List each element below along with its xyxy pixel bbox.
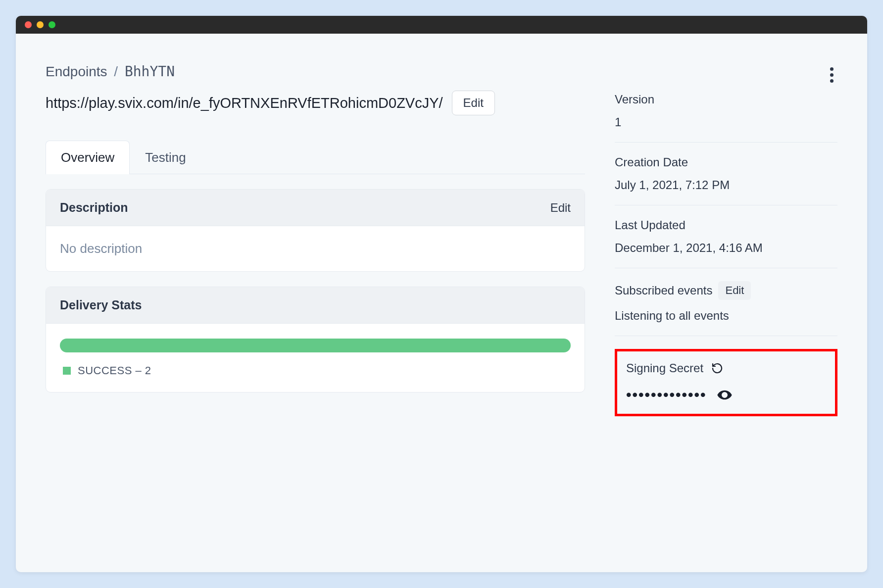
description-card: Description Edit No description bbox=[46, 189, 585, 272]
subscribed-events-label-text: Subscribed events bbox=[615, 284, 712, 297]
legend-row: SUCCESS – 2 bbox=[60, 364, 571, 377]
window-maximize-icon[interactable] bbox=[49, 21, 55, 28]
meta-subscribed-events: Subscribed events Edit Listening to all … bbox=[615, 281, 837, 336]
signing-secret-highlight: Signing Secret ••••••••••••• bbox=[615, 349, 837, 416]
reveal-secret-button[interactable] bbox=[715, 385, 735, 405]
signing-secret-row: ••••••••••••• bbox=[626, 385, 826, 405]
creation-date-label: Creation Date bbox=[615, 155, 837, 169]
edit-description-button[interactable]: Edit bbox=[550, 201, 571, 215]
eye-icon bbox=[717, 387, 733, 403]
signing-secret-masked: ••••••••••••• bbox=[626, 387, 707, 403]
description-header: Description Edit bbox=[46, 190, 585, 226]
window-minimize-icon[interactable] bbox=[37, 21, 44, 28]
app-window: Endpoints / BhhYTN https://play.svix.com… bbox=[16, 16, 867, 572]
edit-url-button[interactable]: Edit bbox=[452, 91, 495, 115]
window-titlebar bbox=[16, 16, 867, 34]
breadcrumb: Endpoints / BhhYTN bbox=[46, 63, 585, 80]
legend-success-icon bbox=[63, 367, 71, 375]
svg-point-0 bbox=[723, 393, 726, 396]
tab-overview[interactable]: Overview bbox=[46, 141, 130, 174]
delivery-stats-card: Delivery Stats SUCCESS – 2 bbox=[46, 287, 585, 392]
last-updated-label: Last Updated bbox=[615, 218, 837, 232]
tab-testing[interactable]: Testing bbox=[130, 141, 201, 174]
last-updated-value: December 1, 2021, 4:16 AM bbox=[615, 241, 837, 255]
delivery-stats-body: SUCCESS – 2 bbox=[46, 324, 585, 392]
version-value: 1 bbox=[615, 115, 837, 129]
description-body: No description bbox=[46, 226, 585, 271]
more-menu-button[interactable] bbox=[826, 63, 837, 87]
endpoint-url-row: https://play.svix.com/in/e_fyORTNXEnRVfE… bbox=[46, 91, 585, 115]
breadcrumb-current: BhhYTN bbox=[125, 63, 175, 80]
delivery-stats-header: Delivery Stats bbox=[46, 287, 585, 324]
breadcrumb-separator: / bbox=[114, 64, 118, 79]
rotate-secret-button[interactable] bbox=[709, 360, 725, 376]
tabs: Overview Testing bbox=[46, 140, 585, 174]
edit-subscribed-button[interactable]: Edit bbox=[718, 281, 751, 300]
delivery-stats-title: Delivery Stats bbox=[60, 298, 142, 312]
description-title: Description bbox=[60, 200, 128, 215]
rotate-icon bbox=[711, 362, 723, 374]
subscribed-events-label: Subscribed events Edit bbox=[615, 281, 837, 300]
breadcrumb-root[interactable]: Endpoints bbox=[46, 64, 107, 79]
sidebar-column: Version 1 Creation Date July 1, 2021, 7:… bbox=[615, 63, 837, 416]
signing-secret-label: Signing Secret bbox=[626, 361, 703, 375]
subscribed-events-value: Listening to all events bbox=[615, 309, 837, 323]
meta-creation-date: Creation Date July 1, 2021, 7:12 PM bbox=[615, 155, 837, 205]
endpoint-url: https://play.svix.com/in/e_fyORTNXEnRVfE… bbox=[46, 95, 443, 111]
content-area: Endpoints / BhhYTN https://play.svix.com… bbox=[16, 34, 867, 446]
legend-success-label: SUCCESS – 2 bbox=[78, 364, 151, 377]
meta-version: Version 1 bbox=[615, 93, 837, 143]
window-close-icon[interactable] bbox=[25, 21, 32, 28]
description-placeholder: No description bbox=[60, 241, 142, 256]
meta-last-updated: Last Updated December 1, 2021, 4:16 AM bbox=[615, 218, 837, 268]
version-label: Version bbox=[615, 93, 837, 106]
creation-date-value: July 1, 2021, 7:12 PM bbox=[615, 178, 837, 192]
success-bar bbox=[60, 339, 571, 352]
main-column: Endpoints / BhhYTN https://play.svix.com… bbox=[46, 63, 585, 416]
signing-secret-label-row: Signing Secret bbox=[626, 360, 826, 376]
